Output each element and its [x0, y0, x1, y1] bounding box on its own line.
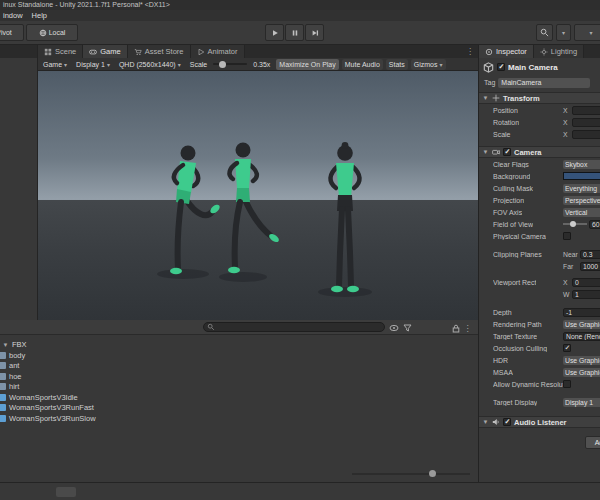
- tab-inspector[interactable]: Inspector: [479, 45, 534, 58]
- project-item[interactable]: ant: [0, 361, 478, 372]
- chevron-down-icon: ▾: [64, 61, 67, 68]
- gameobject-name: Main Camera: [508, 63, 558, 72]
- project-search-field[interactable]: [203, 322, 385, 332]
- step-button[interactable]: [305, 24, 324, 41]
- filter-icon[interactable]: [402, 323, 413, 333]
- camera-title: Camera: [514, 148, 542, 157]
- tab-asset-store[interactable]: Asset Store: [128, 45, 191, 58]
- project-item[interactable]: hirt: [0, 382, 478, 393]
- audio-listener-component-header[interactable]: ▼ Audio Listener: [479, 416, 600, 428]
- pivot-toggle-button[interactable]: Pivot: [0, 24, 24, 41]
- scale-slider-knob[interactable]: [219, 61, 226, 68]
- cropped-tab-strip: [0, 45, 37, 58]
- unity-editor-window: inux Standalone - Unity 2021.1.7f1 Perso…: [0, 0, 600, 500]
- cart-icon: [134, 48, 142, 56]
- search-button[interactable]: [536, 24, 553, 41]
- project-item[interactable]: hoe: [0, 371, 478, 382]
- cropped-left-panel: [0, 45, 38, 320]
- transform-scale-row: Scale X: [479, 128, 600, 140]
- scale-slider[interactable]: [213, 63, 247, 65]
- game-viewport[interactable]: [38, 71, 478, 320]
- project-item-label: hirt: [9, 382, 19, 391]
- msaa-dropdown[interactable]: Use Graphics Settings: [563, 368, 600, 377]
- w-label: W: [563, 291, 570, 298]
- local-toggle-button[interactable]: Local: [26, 24, 78, 41]
- thumbnail-zoom-knob[interactable]: [429, 470, 436, 477]
- mesh-asset-icon: [0, 352, 6, 359]
- foldout-triangle-icon[interactable]: ▼: [482, 95, 489, 101]
- transform-rotation-row: Rotation X: [479, 116, 600, 128]
- axis-label: X: [563, 131, 570, 138]
- project-folder-fbx[interactable]: ▼ FBX: [0, 339, 478, 350]
- tab-lighting[interactable]: Lighting: [534, 45, 584, 58]
- play-button[interactable]: [265, 24, 284, 41]
- gizmos-dropdown[interactable]: Gizmos▾: [411, 59, 446, 70]
- gameobject-enabled-checkbox[interactable]: [497, 63, 505, 71]
- status-bar: [0, 482, 600, 500]
- layers-dropdown[interactable]: ▾: [556, 24, 571, 41]
- mute-audio-toggle[interactable]: Mute Audio: [342, 59, 383, 70]
- thumbnail-zoom-slider[interactable]: [352, 473, 470, 475]
- stats-toggle[interactable]: Stats: [386, 59, 408, 70]
- menu-icon[interactable]: ⋮: [462, 323, 473, 333]
- project-search-input[interactable]: [217, 324, 381, 331]
- background-color-swatch[interactable]: [563, 172, 600, 180]
- project-item[interactable]: body: [0, 350, 478, 361]
- eye-icon[interactable]: [388, 323, 399, 333]
- foldout-triangle-icon[interactable]: ▼: [482, 419, 489, 425]
- camera-component-header[interactable]: ▼ Camera: [479, 146, 600, 158]
- viewport-x-field[interactable]: 0: [572, 278, 600, 287]
- transform-component-header[interactable]: ▼ Transform: [479, 92, 600, 104]
- tab-animator[interactable]: Animator: [191, 45, 245, 58]
- tag-dropdown[interactable]: MainCamera: [498, 78, 590, 88]
- pause-icon: [291, 29, 299, 37]
- project-item[interactable]: WomanSportsV3Idle: [0, 392, 478, 403]
- project-item[interactable]: WomanSportsV3RunFast: [0, 403, 478, 414]
- pause-button[interactable]: [285, 24, 304, 41]
- far-clip-field[interactable]: 1000: [580, 262, 600, 271]
- hdr-dropdown[interactable]: Use Graphics Settings: [563, 356, 600, 365]
- allow-dynamic-resolution-checkbox[interactable]: [563, 380, 571, 388]
- physical-camera-checkbox[interactable]: [563, 232, 571, 240]
- foldout-triangle-icon[interactable]: ▼: [2, 342, 9, 348]
- add-component-button[interactable]: Add Component: [585, 436, 600, 449]
- tab-scene[interactable]: Scene: [38, 45, 83, 58]
- target-display-dropdown[interactable]: Display 1: [563, 398, 600, 407]
- fov-axis-dropdown[interactable]: Vertical: [563, 208, 600, 217]
- tab-menu-icon[interactable]: ⋮: [462, 45, 478, 58]
- animation-clip-icon: [0, 415, 6, 422]
- rendering-path-dropdown[interactable]: Use Graphics Settings: [563, 320, 600, 329]
- game-mode-dropdown[interactable]: Game▾: [40, 59, 70, 70]
- field-of-view-field[interactable]: 60: [589, 220, 600, 229]
- maximize-on-play-toggle[interactable]: Maximize On Play: [276, 59, 338, 70]
- far-label: Far: [563, 263, 578, 270]
- audio-listener-enabled-checkbox[interactable]: [503, 418, 511, 426]
- menu-item-help[interactable]: Help: [29, 11, 53, 20]
- clear-flags-dropdown[interactable]: Skybox: [563, 160, 600, 169]
- target-texture-object-field[interactable]: None (Render Texture): [563, 332, 600, 341]
- layout-dropdown[interactable]: ▾: [574, 24, 600, 41]
- position-x-field[interactable]: [572, 106, 600, 115]
- resolution-dropdown[interactable]: QHD (2560x1440)▾: [116, 59, 184, 70]
- projection-dropdown[interactable]: Perspective: [563, 196, 600, 205]
- field-of-view-slider[interactable]: [563, 223, 587, 225]
- depth-field[interactable]: -1: [563, 308, 600, 317]
- display-dropdown[interactable]: Display 1▾: [73, 59, 113, 70]
- near-clip-field[interactable]: 0.3: [580, 250, 600, 259]
- project-item[interactable]: WomanSportsV3RunSlow: [0, 413, 478, 424]
- character-run-middle: [228, 143, 280, 274]
- tab-game[interactable]: Game: [83, 45, 127, 58]
- scale-x-field[interactable]: [572, 130, 600, 139]
- project-item-label: body: [9, 351, 25, 360]
- game-view-toolbar: Game▾ Display 1▾ QHD (2560x1440)▾ Scale …: [38, 58, 478, 71]
- lock-icon[interactable]: [450, 323, 461, 333]
- project-panel: ⋮ ▼ FBX body ant hoe hirt WomanSportsV3I…: [0, 320, 478, 482]
- culling-mask-dropdown[interactable]: Everything: [563, 184, 600, 193]
- rotation-x-field[interactable]: [572, 118, 600, 127]
- viewport-w-field[interactable]: 1: [572, 290, 600, 299]
- foldout-triangle-icon[interactable]: ▼: [482, 149, 489, 155]
- occlusion-culling-checkbox[interactable]: [563, 344, 571, 352]
- status-progress-widget: [56, 487, 76, 497]
- camera-enabled-checkbox[interactable]: [503, 148, 511, 156]
- menu-item-window[interactable]: indow: [0, 11, 29, 20]
